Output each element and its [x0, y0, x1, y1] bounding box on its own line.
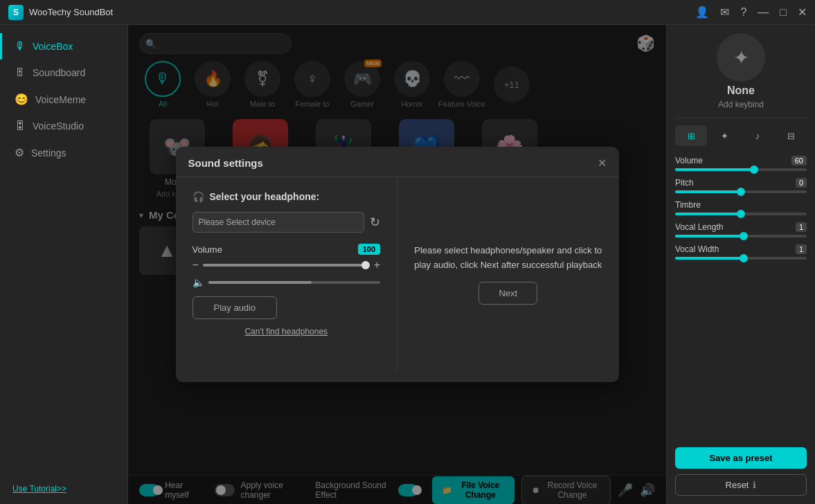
headphone-icon: 🎧 — [192, 191, 204, 202]
next-button[interactable]: Next — [478, 282, 537, 305]
sidebar-item-voicestudio[interactable]: 🎛 VoiceStudio — [0, 113, 127, 139]
slider-fill-vocallength — [675, 235, 744, 237]
minimize-button[interactable]: — — [758, 6, 769, 19]
slider-track-vocalwidth[interactable] — [675, 257, 807, 260]
slider-track-timbre[interactable] — [675, 213, 807, 215]
right-bottom-buttons: Save as preset Reset ℹ — [675, 447, 807, 496]
cant-find-headphones-link[interactable]: Can't find headphones — [244, 327, 328, 336]
modal-right-info: Please select headphones/speaker and cli… — [414, 244, 602, 273]
modal-overlay: Sound settings ✕ 🎧 Select your headphone… — [128, 25, 666, 504]
reset-button[interactable]: Reset ℹ — [675, 474, 807, 496]
right-tabs: ⊞ ✦ ♪ ⊟ — [675, 118, 807, 150]
app-title: WooTechy SoundBot — [29, 7, 690, 17]
modal-volume-fill — [203, 264, 370, 267]
titlebar: S WooTechy SoundBot 👤 ✉ ? — □ ✕ — [0, 0, 815, 25]
tab-general[interactable]: ⊞ — [675, 125, 707, 146]
modal-speaker-track[interactable] — [208, 281, 381, 284]
right-none-label: None — [727, 84, 755, 97]
reset-label: Reset — [726, 480, 749, 490]
slider-row-vocalwidth: Vocal Width 1 — [675, 244, 807, 260]
modal-headphone-section-title: 🎧 Select your headphone: — [192, 191, 381, 202]
slider-fill-volume — [675, 168, 754, 171]
slider-label-pitch: Pitch — [675, 178, 694, 188]
sidebar-label-voicebox: VoiceBox — [33, 41, 73, 52]
slider-track-vocallength[interactable] — [675, 235, 807, 237]
soundboard-icon: 🎚 — [15, 66, 26, 79]
slider-fill-pitch — [675, 190, 741, 193]
sidebar-label-voicememe: VoiceMeme — [35, 94, 86, 105]
app-logo: S — [8, 5, 24, 20]
slider-label-timbre: Timbre — [675, 200, 701, 210]
voicestudio-icon: 🎛 — [15, 120, 26, 132]
slider-value-vocalwidth: 1 — [796, 244, 807, 254]
slider-thumb-vocallength — [740, 232, 748, 240]
modal-volume-thumb — [361, 261, 370, 269]
slider-thumb-pitch — [737, 188, 745, 196]
slider-track-volume[interactable] — [675, 168, 807, 171]
slider-fill-vocalwidth — [675, 257, 744, 260]
sidebar-item-voicememe[interactable]: 😊 VoiceMeme — [0, 86, 127, 113]
slider-label-row-vocallength: Vocal Length 1 — [675, 222, 807, 232]
titlebar-controls: 👤 ✉ ? — □ ✕ — [695, 6, 807, 19]
sidebar-label-soundboard: Soundboard — [33, 67, 85, 78]
voicememe-icon: 😊 — [15, 93, 28, 106]
modal-volume-track[interactable] — [203, 264, 370, 267]
volume-slider-row: − + — [192, 259, 381, 271]
slider-label-vocalwidth: Vocal Width — [675, 244, 719, 254]
slider-value-vocallength: 1 — [796, 222, 807, 232]
slider-row-volume: Volume 60 — [675, 156, 807, 171]
user-icon[interactable]: 👤 — [695, 6, 709, 19]
tab-general-icon: ⊞ — [688, 131, 695, 141]
close-button[interactable]: ✕ — [798, 6, 807, 19]
headphone-select[interactable]: Please Select device — [192, 212, 365, 233]
tab-equalizer[interactable]: ⊟ — [775, 125, 807, 146]
sidebar-item-settings[interactable]: ⚙ Settings — [0, 139, 127, 166]
modal-title: Sound settings — [188, 157, 263, 169]
tab-effects[interactable]: ✦ — [708, 125, 740, 146]
slider-thumb-timbre — [737, 210, 745, 218]
modal-speaker-fill — [208, 281, 312, 284]
settings-icon: ⚙ — [15, 146, 24, 159]
volume-value-badge: 100 — [358, 244, 380, 255]
voicebox-icon: 🎙 — [15, 40, 26, 53]
sound-settings-modal: Sound settings ✕ 🎧 Select your headphone… — [176, 147, 619, 382]
slider-value-volume: 60 — [791, 156, 807, 165]
maximize-button[interactable]: □ — [780, 6, 787, 19]
right-slider-group: Volume 60 Pitch 0 — [675, 150, 807, 260]
main-content: 🔍 🎲 🎙 All 🔥 Hot ⚧ Male to ♀ Female to — [128, 25, 666, 504]
refresh-button[interactable]: ↻ — [370, 215, 380, 230]
slider-label-row-timbre: Timbre — [675, 200, 807, 210]
play-audio-button[interactable]: Play audio — [192, 296, 278, 319]
sidebar-item-soundboard[interactable]: 🎚 Soundboard — [0, 60, 127, 86]
volume-plus-button[interactable]: + — [374, 259, 380, 271]
tab-music[interactable]: ♪ — [742, 125, 773, 146]
slider-label-volume: Volume — [675, 156, 703, 165]
volume-label-row: Volume 100 — [192, 244, 381, 255]
modal-left-panel: 🎧 Select your headphone: Please Select d… — [176, 177, 398, 371]
slider-row-timbre: Timbre — [675, 200, 807, 215]
use-tutorial-link[interactable]: Use Tutorial>> — [12, 484, 66, 494]
slider-label-row-vocalwidth: Vocal Width 1 — [675, 244, 807, 254]
sidebar-item-voicebox[interactable]: 🎙 VoiceBox — [0, 33, 127, 60]
modal-close-button[interactable]: ✕ — [598, 156, 607, 170]
sidebar: 🎙 VoiceBox 🎚 Soundboard 😊 VoiceMeme 🎛 Vo… — [0, 25, 128, 504]
modal-body: 🎧 Select your headphone: Please Select d… — [176, 177, 619, 371]
slider-label-row-volume: Volume 60 — [675, 156, 807, 165]
slider-label-row-pitch: Pitch 0 — [675, 178, 807, 188]
star-slash-icon: ✦ — [733, 46, 749, 69]
tab-eq-icon: ⊟ — [787, 131, 795, 141]
info-icon[interactable]: ℹ — [753, 480, 756, 490]
speaker-icon: 🔈 — [192, 277, 204, 288]
volume-minus-button[interactable]: − — [192, 259, 199, 271]
slider-value-pitch: 0 — [796, 178, 807, 188]
right-keybind-label[interactable]: Add keybind — [718, 100, 764, 109]
modal-right-panel: Please select headphones/speaker and cli… — [397, 177, 619, 371]
mail-icon[interactable]: ✉ — [720, 6, 729, 19]
slider-row-vocallength: Vocal Length 1 — [675, 222, 807, 237]
right-star-section: ✦ None Add keybind — [675, 33, 807, 118]
slider-track-pitch[interactable] — [675, 190, 807, 193]
save-as-preset-button[interactable]: Save as preset — [675, 447, 807, 469]
help-icon[interactable]: ? — [740, 6, 746, 19]
app-body: 🎙 VoiceBox 🎚 Soundboard 😊 VoiceMeme 🎛 Vo… — [0, 25, 815, 504]
sidebar-bottom: Use Tutorial>> — [0, 472, 127, 504]
